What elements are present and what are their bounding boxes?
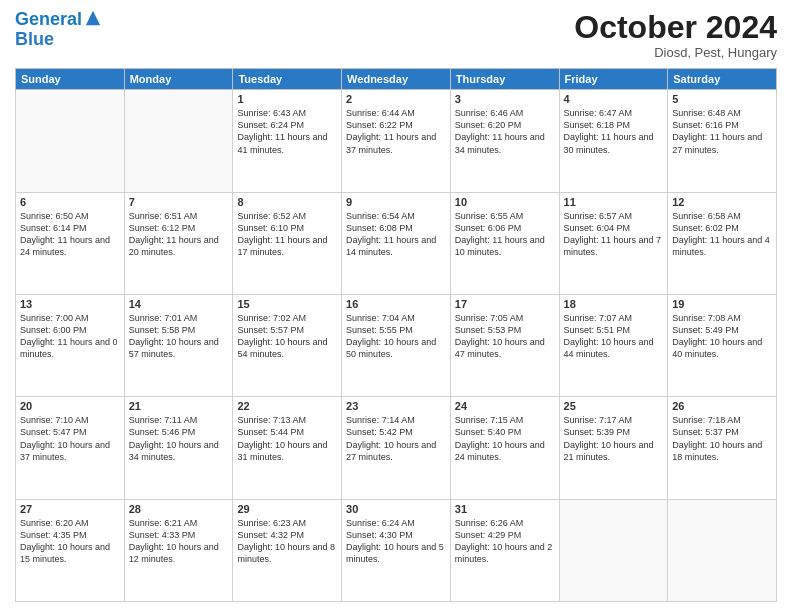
day-info: Sunrise: 7:02 AM Sunset: 5:57 PM Dayligh… [237,312,337,361]
day-info: Sunrise: 6:50 AM Sunset: 6:14 PM Dayligh… [20,210,120,259]
day-info: Sunrise: 7:00 AM Sunset: 6:00 PM Dayligh… [20,312,120,361]
calendar-cell: 12Sunrise: 6:58 AM Sunset: 6:02 PM Dayli… [668,192,777,294]
day-header-saturday: Saturday [668,69,777,90]
day-number: 6 [20,196,120,208]
day-info: Sunrise: 7:05 AM Sunset: 5:53 PM Dayligh… [455,312,555,361]
day-info: Sunrise: 6:23 AM Sunset: 4:32 PM Dayligh… [237,517,337,566]
calendar-cell: 27Sunrise: 6:20 AM Sunset: 4:35 PM Dayli… [16,499,125,601]
calendar-cell: 10Sunrise: 6:55 AM Sunset: 6:06 PM Dayli… [450,192,559,294]
calendar-cell [124,90,233,192]
day-number: 8 [237,196,337,208]
day-number: 2 [346,93,446,105]
days-header-row: SundayMondayTuesdayWednesdayThursdayFrid… [16,69,777,90]
calendar-cell: 9Sunrise: 6:54 AM Sunset: 6:08 PM Daylig… [342,192,451,294]
week-row-5: 27Sunrise: 6:20 AM Sunset: 4:35 PM Dayli… [16,499,777,601]
day-info: Sunrise: 6:51 AM Sunset: 6:12 PM Dayligh… [129,210,229,259]
calendar-cell: 22Sunrise: 7:13 AM Sunset: 5:44 PM Dayli… [233,397,342,499]
calendar-cell: 18Sunrise: 7:07 AM Sunset: 5:51 PM Dayli… [559,294,668,396]
calendar-cell: 4Sunrise: 6:47 AM Sunset: 6:18 PM Daylig… [559,90,668,192]
header: General Blue October 2024 Diosd, Pest, H… [15,10,777,60]
calendar-cell: 3Sunrise: 6:46 AM Sunset: 6:20 PM Daylig… [450,90,559,192]
day-info: Sunrise: 6:44 AM Sunset: 6:22 PM Dayligh… [346,107,446,156]
calendar-cell: 5Sunrise: 6:48 AM Sunset: 6:16 PM Daylig… [668,90,777,192]
day-info: Sunrise: 7:18 AM Sunset: 5:37 PM Dayligh… [672,414,772,463]
day-info: Sunrise: 7:08 AM Sunset: 5:49 PM Dayligh… [672,312,772,361]
logo-icon [84,9,102,27]
day-info: Sunrise: 6:54 AM Sunset: 6:08 PM Dayligh… [346,210,446,259]
calendar-cell: 11Sunrise: 6:57 AM Sunset: 6:04 PM Dayli… [559,192,668,294]
day-number: 17 [455,298,555,310]
calendar-cell: 23Sunrise: 7:14 AM Sunset: 5:42 PM Dayli… [342,397,451,499]
day-number: 5 [672,93,772,105]
day-info: Sunrise: 7:15 AM Sunset: 5:40 PM Dayligh… [455,414,555,463]
calendar-cell: 13Sunrise: 7:00 AM Sunset: 6:00 PM Dayli… [16,294,125,396]
day-number: 16 [346,298,446,310]
day-number: 14 [129,298,229,310]
day-info: Sunrise: 6:57 AM Sunset: 6:04 PM Dayligh… [564,210,664,259]
day-number: 3 [455,93,555,105]
day-number: 15 [237,298,337,310]
calendar-cell: 14Sunrise: 7:01 AM Sunset: 5:58 PM Dayli… [124,294,233,396]
day-number: 31 [455,503,555,515]
calendar-cell: 24Sunrise: 7:15 AM Sunset: 5:40 PM Dayli… [450,397,559,499]
day-info: Sunrise: 6:20 AM Sunset: 4:35 PM Dayligh… [20,517,120,566]
day-info: Sunrise: 6:43 AM Sunset: 6:24 PM Dayligh… [237,107,337,156]
svg-marker-0 [86,11,100,25]
calendar-cell [668,499,777,601]
calendar-cell: 16Sunrise: 7:04 AM Sunset: 5:55 PM Dayli… [342,294,451,396]
day-number: 23 [346,400,446,412]
day-number: 19 [672,298,772,310]
day-number: 1 [237,93,337,105]
title-block: October 2024 Diosd, Pest, Hungary [574,10,777,60]
location: Diosd, Pest, Hungary [574,45,777,60]
day-info: Sunrise: 6:26 AM Sunset: 4:29 PM Dayligh… [455,517,555,566]
calendar-cell: 28Sunrise: 6:21 AM Sunset: 4:33 PM Dayli… [124,499,233,601]
day-info: Sunrise: 7:10 AM Sunset: 5:47 PM Dayligh… [20,414,120,463]
day-number: 11 [564,196,664,208]
calendar-cell: 1Sunrise: 6:43 AM Sunset: 6:24 PM Daylig… [233,90,342,192]
day-number: 4 [564,93,664,105]
calendar-cell: 20Sunrise: 7:10 AM Sunset: 5:47 PM Dayli… [16,397,125,499]
calendar-cell [559,499,668,601]
calendar-cell: 6Sunrise: 6:50 AM Sunset: 6:14 PM Daylig… [16,192,125,294]
month-title: October 2024 [574,10,777,45]
week-row-1: 1Sunrise: 6:43 AM Sunset: 6:24 PM Daylig… [16,90,777,192]
calendar-table: SundayMondayTuesdayWednesdayThursdayFrid… [15,68,777,602]
calendar-cell: 8Sunrise: 6:52 AM Sunset: 6:10 PM Daylig… [233,192,342,294]
day-number: 22 [237,400,337,412]
day-info: Sunrise: 7:11 AM Sunset: 5:46 PM Dayligh… [129,414,229,463]
day-info: Sunrise: 7:04 AM Sunset: 5:55 PM Dayligh… [346,312,446,361]
day-info: Sunrise: 6:55 AM Sunset: 6:06 PM Dayligh… [455,210,555,259]
logo: General Blue [15,10,102,50]
logo-blue-text: Blue [15,30,102,50]
day-number: 10 [455,196,555,208]
day-number: 28 [129,503,229,515]
day-info: Sunrise: 6:24 AM Sunset: 4:30 PM Dayligh… [346,517,446,566]
calendar-cell: 29Sunrise: 6:23 AM Sunset: 4:32 PM Dayli… [233,499,342,601]
week-row-2: 6Sunrise: 6:50 AM Sunset: 6:14 PM Daylig… [16,192,777,294]
day-number: 13 [20,298,120,310]
calendar-cell: 25Sunrise: 7:17 AM Sunset: 5:39 PM Dayli… [559,397,668,499]
week-row-4: 20Sunrise: 7:10 AM Sunset: 5:47 PM Dayli… [16,397,777,499]
day-info: Sunrise: 6:46 AM Sunset: 6:20 PM Dayligh… [455,107,555,156]
calendar-cell: 17Sunrise: 7:05 AM Sunset: 5:53 PM Dayli… [450,294,559,396]
day-info: Sunrise: 7:01 AM Sunset: 5:58 PM Dayligh… [129,312,229,361]
day-number: 21 [129,400,229,412]
day-info: Sunrise: 7:13 AM Sunset: 5:44 PM Dayligh… [237,414,337,463]
day-number: 9 [346,196,446,208]
day-info: Sunrise: 6:48 AM Sunset: 6:16 PM Dayligh… [672,107,772,156]
calendar-cell: 26Sunrise: 7:18 AM Sunset: 5:37 PM Dayli… [668,397,777,499]
calendar-cell: 15Sunrise: 7:02 AM Sunset: 5:57 PM Dayli… [233,294,342,396]
day-info: Sunrise: 6:21 AM Sunset: 4:33 PM Dayligh… [129,517,229,566]
day-info: Sunrise: 7:17 AM Sunset: 5:39 PM Dayligh… [564,414,664,463]
day-header-thursday: Thursday [450,69,559,90]
day-number: 20 [20,400,120,412]
day-header-monday: Monday [124,69,233,90]
day-number: 12 [672,196,772,208]
day-info: Sunrise: 6:52 AM Sunset: 6:10 PM Dayligh… [237,210,337,259]
page: General Blue October 2024 Diosd, Pest, H… [0,0,792,612]
calendar-cell: 19Sunrise: 7:08 AM Sunset: 5:49 PM Dayli… [668,294,777,396]
calendar-cell: 2Sunrise: 6:44 AM Sunset: 6:22 PM Daylig… [342,90,451,192]
calendar-cell: 7Sunrise: 6:51 AM Sunset: 6:12 PM Daylig… [124,192,233,294]
calendar-cell: 30Sunrise: 6:24 AM Sunset: 4:30 PM Dayli… [342,499,451,601]
